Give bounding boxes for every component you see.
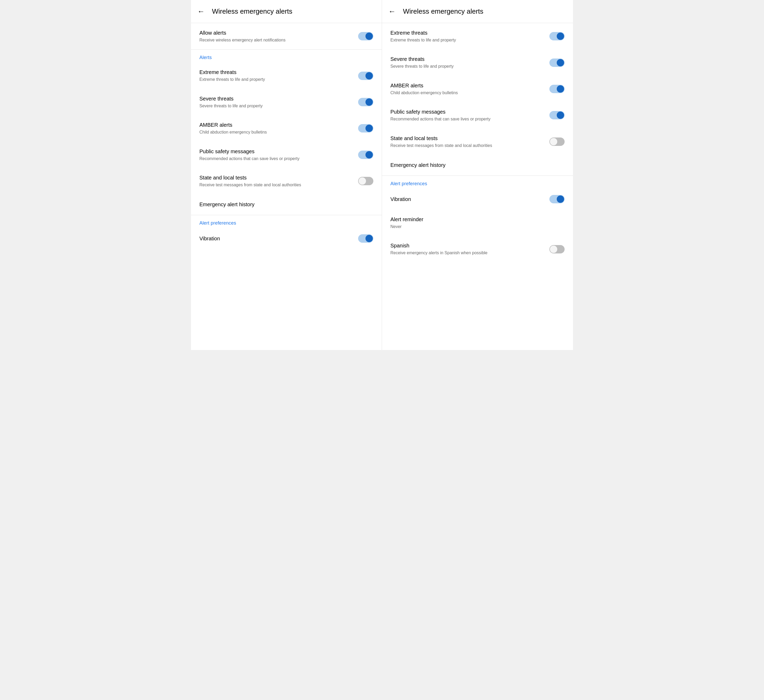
screens-container: ← Wireless emergency alerts Allow alerts… (191, 0, 573, 350)
right-vibration-title: Vibration (390, 196, 543, 202)
left-amber-alerts-subtitle: Child abduction emergency bulletins (199, 129, 352, 135)
right-vibration-row[interactable]: Vibration (382, 189, 573, 210)
right-state-local-title: State and local tests (390, 135, 543, 142)
left-emergency-history-label: Emergency alert history (199, 202, 255, 208)
left-severe-threats-title: Severe threats (199, 95, 352, 102)
right-public-safety-title: Public safety messages (390, 108, 543, 115)
right-amber-alerts-thumb (557, 85, 564, 92)
right-vibration-thumb (557, 196, 564, 203)
right-severe-threats-thumb (557, 59, 564, 66)
left-amber-alerts-title: AMBER alerts (199, 122, 352, 128)
right-extreme-threats-row[interactable]: Extreme threats Extreme threats to life … (382, 23, 573, 49)
left-public-safety-title: Public safety messages (199, 148, 352, 155)
right-spanish-thumb (550, 246, 557, 253)
left-vibration-toggle[interactable] (358, 234, 373, 243)
left-severe-threats-row[interactable]: Severe threats Severe threats to life an… (191, 89, 382, 115)
right-public-safety-row[interactable]: Public safety messages Recommended actio… (382, 102, 573, 128)
left-allow-alerts-thumb (365, 33, 373, 40)
left-public-safety-row[interactable]: Public safety messages Recommended actio… (191, 142, 382, 168)
right-extreme-threats-subtitle: Extreme threats to life and property (390, 37, 543, 43)
right-extreme-threats-toggle[interactable] (550, 32, 565, 41)
left-screen: ← Wireless emergency alerts Allow alerts… (191, 0, 382, 350)
right-extreme-threats-title: Extreme threats (390, 30, 543, 36)
left-allow-alerts-title: Allow alerts (199, 30, 352, 36)
left-state-local-toggle[interactable] (358, 177, 373, 185)
right-public-safety-subtitle: Recommended actions that can save lives … (390, 116, 543, 122)
left-extreme-threats-text: Extreme threats Extreme threats to life … (199, 69, 358, 82)
right-state-local-thumb (550, 138, 557, 146)
right-preferences-section-label: Alert preferences (382, 176, 573, 189)
right-spanish-row[interactable]: Spanish Receive emergency alerts in Span… (382, 236, 573, 262)
left-extreme-threats-title: Extreme threats (199, 69, 352, 75)
left-allow-alerts-toggle[interactable] (358, 32, 373, 41)
right-public-safety-toggle[interactable] (550, 111, 565, 119)
left-allow-alerts-subtitle: Receive wireless emergency alert notific… (199, 37, 352, 43)
left-public-safety-toggle[interactable] (358, 150, 373, 159)
left-state-local-text: State and local tests Receive test messa… (199, 174, 358, 188)
left-state-local-thumb (359, 177, 366, 185)
left-vibration-text: Vibration (199, 235, 358, 242)
right-alert-reminder-title: Alert reminder (390, 216, 558, 223)
right-header: ← Wireless emergency alerts (382, 0, 573, 23)
left-page-title: Wireless emergency alerts (212, 7, 292, 16)
right-state-local-toggle[interactable] (550, 138, 565, 146)
left-vibration-title: Vibration (199, 235, 352, 242)
right-emergency-history-row[interactable]: Emergency alert history (382, 155, 573, 175)
right-vibration-text: Vibration (390, 196, 550, 202)
right-screen: ← Wireless emergency alerts Extreme thre… (382, 0, 573, 350)
left-state-local-subtitle: Receive test messages from state and loc… (199, 182, 352, 188)
right-severe-threats-text: Severe threats Severe threats to life an… (390, 56, 550, 69)
right-severe-threats-toggle[interactable] (550, 58, 565, 67)
left-extreme-threats-toggle[interactable] (358, 72, 373, 80)
right-public-safety-text: Public safety messages Recommended actio… (390, 108, 550, 122)
left-amber-alerts-toggle[interactable] (358, 124, 373, 133)
right-alert-reminder-subtitle: Never (390, 224, 558, 230)
right-spanish-title: Spanish (390, 242, 543, 249)
right-emergency-history-label: Emergency alert history (390, 162, 446, 168)
left-state-local-title: State and local tests (199, 174, 352, 181)
left-public-safety-thumb (365, 151, 373, 158)
right-back-button[interactable]: ← (388, 8, 396, 15)
right-vibration-toggle[interactable] (550, 195, 565, 204)
right-amber-alerts-toggle[interactable] (550, 85, 565, 93)
left-severe-threats-thumb (365, 99, 373, 106)
left-extreme-threats-subtitle: Extreme threats to life and property (199, 77, 352, 82)
right-severe-threats-title: Severe threats (390, 56, 543, 63)
left-vibration-row[interactable]: Vibration (191, 228, 382, 249)
left-severe-threats-text: Severe threats Severe threats to life an… (199, 95, 358, 109)
right-spanish-text: Spanish Receive emergency alerts in Span… (390, 242, 550, 256)
left-severe-threats-toggle[interactable] (358, 98, 373, 106)
right-extreme-threats-text: Extreme threats Extreme threats to life … (390, 30, 550, 43)
right-alert-reminder-row[interactable]: Alert reminder Never (382, 210, 573, 236)
left-back-button[interactable]: ← (197, 8, 205, 15)
left-public-safety-subtitle: Recommended actions that can save lives … (199, 156, 352, 161)
right-state-local-subtitle: Receive test messages from state and loc… (390, 143, 543, 149)
right-severe-threats-subtitle: Severe threats to life and property (390, 64, 543, 69)
left-allow-alerts-row[interactable]: Allow alerts Receive wireless emergency … (191, 23, 382, 49)
left-extreme-threats-row[interactable]: Extreme threats Extreme threats to life … (191, 63, 382, 89)
left-amber-alerts-row[interactable]: AMBER alerts Child abduction emergency b… (191, 115, 382, 141)
left-public-safety-text: Public safety messages Recommended actio… (199, 148, 358, 161)
left-preferences-section-label: Alert preferences (191, 215, 382, 228)
left-alerts-section-label: Alerts (191, 50, 382, 63)
left-allow-alerts-text: Allow alerts Receive wireless emergency … (199, 30, 358, 43)
right-state-local-text: State and local tests Receive test messa… (390, 135, 550, 149)
right-spanish-subtitle: Receive emergency alerts in Spanish when… (390, 250, 543, 256)
left-header: ← Wireless emergency alerts (191, 0, 382, 23)
right-severe-threats-row[interactable]: Severe threats Severe threats to life an… (382, 49, 573, 75)
left-emergency-history-row[interactable]: Emergency alert history (191, 194, 382, 215)
left-amber-alerts-text: AMBER alerts Child abduction emergency b… (199, 122, 358, 135)
left-state-local-row[interactable]: State and local tests Receive test messa… (191, 168, 382, 194)
right-spanish-toggle[interactable] (550, 245, 565, 254)
right-amber-alerts-title: AMBER alerts (390, 82, 543, 89)
right-amber-alerts-row[interactable]: AMBER alerts Child abduction emergency b… (382, 76, 573, 102)
right-state-local-row[interactable]: State and local tests Receive test messa… (382, 128, 573, 155)
right-amber-alerts-subtitle: Child abduction emergency bulletins (390, 90, 543, 96)
right-extreme-threats-thumb (557, 33, 564, 40)
right-page-title: Wireless emergency alerts (403, 7, 483, 16)
left-extreme-threats-thumb (365, 72, 373, 80)
right-amber-alerts-text: AMBER alerts Child abduction emergency b… (390, 82, 550, 96)
left-severe-threats-subtitle: Severe threats to life and property (199, 103, 352, 109)
right-alert-reminder-text: Alert reminder Never (390, 216, 565, 230)
